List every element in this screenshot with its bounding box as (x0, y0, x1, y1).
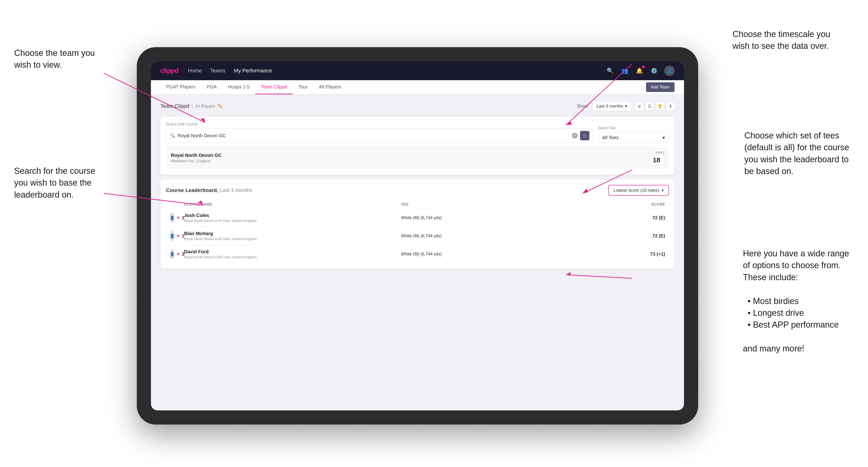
avatar: 👤 (170, 213, 175, 223)
avatar: 👤 (170, 249, 175, 259)
holes-count: 18 (649, 155, 664, 165)
player-club: Royal North Devon Golf Club, United King… (184, 219, 401, 223)
chevron-down-icon: ▾ (662, 135, 665, 140)
heart-icon[interactable]: ♥ (177, 234, 180, 239)
download-button[interactable]: ⬇ (666, 102, 675, 111)
col-player-name: PLAYER NAME (184, 203, 401, 207)
player-name: Josh Coles (184, 213, 401, 218)
course-info: Royal North Devon GC Westward Ho!, Engla… (171, 153, 222, 163)
annotation-bottom-right: Here you have a wide range of options to… (743, 248, 849, 355)
col-score: SCORE (618, 203, 665, 207)
leaderboard-table: PLAYER NAME TEE SCORE 👤 ♥ 1 Josh Coles (166, 200, 669, 263)
player-name: David Ford (184, 249, 401, 254)
player-rank: 👤 ♥ 1 (170, 231, 184, 241)
team-header: Team Clippd | 14 Players ✏️ Show: Last 3… (160, 101, 675, 111)
subnav-tour[interactable]: Tour (293, 80, 313, 94)
player-rank: 👤 ♥ 3 (170, 249, 184, 259)
avatar: 👤 (170, 231, 175, 241)
view-toggle: ⊞ ☰ 🏆 ⬇ (635, 102, 675, 111)
table-row: 👤 ♥ 3 David Ford Royal North Devon Golf … (166, 245, 669, 263)
trophy-view-button[interactable]: 🏆 (656, 102, 664, 111)
grid-view-button[interactable]: ⊞ (635, 102, 644, 111)
player-tee: White (M) (6,744 yds) (401, 215, 618, 220)
add-team-button[interactable]: Add Team (646, 82, 675, 92)
player-tee: White (M) (6,744 yds) (401, 234, 618, 239)
heart-icon[interactable]: ♥ (177, 252, 180, 257)
annotation-top-left: Choose the team you wish to view. (14, 47, 95, 71)
list-view-button[interactable]: ☰ (645, 102, 654, 111)
tablet-device: clippd Home Teams My Performance 🔍 👥 🔔 ⚙… (137, 47, 698, 425)
subnav-pga[interactable]: PGA (201, 80, 222, 94)
table-row: 👤 ♥ 1 Blair McHarg Royal North Devon Gol… (166, 227, 669, 245)
table-header: PLAYER NAME TEE SCORE (166, 200, 669, 209)
main-content: Team Clippd | 14 Players ✏️ Show: Last 3… (151, 94, 684, 276)
player-info: David Ford Royal North Devon Golf Club, … (184, 249, 401, 259)
notification-button[interactable]: 🔔 (635, 66, 644, 75)
nav-teams[interactable]: Teams (210, 68, 225, 74)
subnav-all-players[interactable]: All Players (313, 80, 347, 94)
course-name: Royal North Devon GC (171, 153, 222, 158)
player-club: Royal North Devon Golf Club, United King… (184, 237, 401, 241)
nav-my-performance[interactable]: My Performance (234, 68, 272, 74)
notification-badge (642, 66, 645, 68)
player-name: Blair McHarg (184, 231, 401, 236)
heart-icon[interactable]: ♥ (177, 215, 180, 220)
time-period-dropdown[interactable]: Last 3 months ▾ (592, 101, 631, 111)
tablet-screen: clippd Home Teams My Performance 🔍 👥 🔔 ⚙… (151, 61, 684, 410)
annotation-top-right: Choose the timescale you wish to see the… (733, 28, 830, 52)
annotation-middle-left: Search for the course you wish to base t… (14, 165, 95, 201)
nav-links: Home Teams My Performance (188, 68, 596, 74)
nav-home[interactable]: Home (188, 68, 202, 74)
search-section: Find a Golf Course 🔍 Royal North Devon G… (160, 117, 675, 175)
settings-button[interactable]: ⚙️ (650, 66, 658, 75)
tee-dropdown[interactable]: All Tees ▾ (598, 132, 669, 143)
tee-select-field: Select Tee All Tees ▾ (598, 126, 669, 143)
leaderboard-section: Course Leaderboard, Last 3 months Lowest… (160, 179, 675, 269)
player-club: Royal North Devon Golf Club, United King… (184, 255, 401, 259)
course-location: Westward Ho!, England (171, 159, 222, 163)
favorite-button[interactable]: ☆ (580, 131, 589, 140)
search-button[interactable]: 🔍 (606, 66, 615, 75)
subnav-pgat-players[interactable]: PGAT Players (160, 80, 201, 94)
player-rank: 👤 ♥ 1 (170, 213, 184, 223)
course-result: Royal North Devon GC Westward Ho!, Engla… (166, 147, 669, 169)
clear-search-button[interactable]: ✕ (572, 133, 578, 138)
search-icon: 🔍 (170, 133, 175, 138)
subnav-team-clippd[interactable]: Team Clippd (255, 80, 293, 94)
nav-icons: 🔍 👥 🔔 ⚙️ 👤 (606, 66, 675, 76)
subnav-hcaps[interactable]: Hcaps 1-5 (222, 80, 255, 94)
player-score: 73 (+1) (618, 251, 665, 257)
user-avatar[interactable]: 👤 (664, 66, 675, 76)
edit-team-icon[interactable]: ✏️ (217, 103, 223, 109)
player-score: 72 (E) (618, 215, 665, 220)
search-row: Find a Golf Course 🔍 Royal North Devon G… (166, 122, 669, 143)
course-search-input-wrapper: 🔍 Royal North Devon GC ✕ ☆ (166, 128, 593, 143)
sub-navigation: PGAT Players PGA Hcaps 1-5 Team Clippd T… (151, 80, 684, 94)
player-tee: White (M) (6,744 yds) (401, 252, 618, 257)
course-search-value: Royal North Devon GC (178, 133, 569, 138)
leaderboard-header: Course Leaderboard, Last 3 months Lowest… (166, 185, 669, 196)
player-info: Blair McHarg Royal North Devon Golf Club… (184, 231, 401, 241)
col-tee: TEE (401, 203, 618, 207)
chevron-down-icon: ▾ (661, 188, 664, 193)
score-filter-dropdown[interactable]: Lowest Score (18 holes) ▾ (608, 185, 669, 196)
navigation-bar: clippd Home Teams My Performance 🔍 👥 🔔 ⚙… (151, 61, 684, 80)
golf-course-field: Find a Golf Course 🔍 Royal North Devon G… (166, 122, 593, 143)
course-holes: Holes 18 (649, 151, 664, 165)
table-row: 👤 ♥ 1 Josh Coles Royal North Devon Golf … (166, 209, 669, 227)
people-button[interactable]: 👥 (620, 66, 629, 75)
player-score: 72 (E) (618, 233, 665, 239)
team-title: Team Clippd | 14 Players ✏️ (160, 103, 223, 109)
chevron-down-icon: ▾ (625, 103, 627, 109)
annotation-middle-right: Choose which set of tees (default is all… (744, 130, 849, 177)
app-logo: clippd (160, 67, 178, 74)
player-info: Josh Coles Royal North Devon Golf Club, … (184, 213, 401, 223)
show-controls: Show: Last 3 months ▾ ⊞ ☰ 🏆 ⬇ (577, 101, 675, 111)
leaderboard-title: Course Leaderboard, Last 3 months (166, 187, 252, 193)
